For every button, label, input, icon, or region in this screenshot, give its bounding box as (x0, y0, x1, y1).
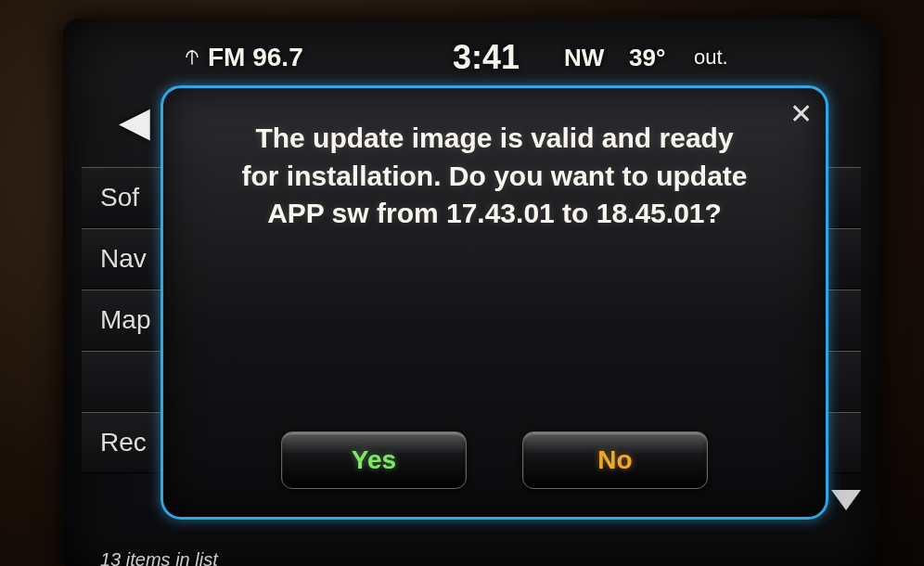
back-arrow-icon[interactable]: ◀ (119, 97, 150, 145)
scroll-down-icon[interactable] (831, 490, 861, 510)
status-bar: FM 96.7 3:41 NW 39° out. (63, 35, 879, 80)
no-button-label: No (597, 445, 632, 475)
yes-button[interactable]: Yes (281, 431, 467, 489)
compass-direction: NW (564, 44, 604, 72)
radio-label: FM 96.7 (208, 43, 303, 72)
antenna-icon (184, 49, 200, 66)
yes-button-label: Yes (352, 445, 396, 475)
no-button[interactable]: No (522, 431, 708, 489)
dialog-message: The update image is valid and ready for … (200, 120, 789, 233)
list-footer: 13 items in list (100, 549, 218, 566)
close-icon[interactable]: ✕ (789, 97, 813, 130)
outside-temp-label: out. (694, 45, 728, 70)
update-confirm-dialog: ✕ The update image is valid and ready fo… (160, 85, 828, 520)
infotainment-screen: FM 96.7 3:41 NW 39° out. ◀ Sof Nav Map R… (63, 19, 879, 566)
outside-temp: 39° (629, 44, 665, 72)
radio-status: FM 96.7 (184, 43, 303, 72)
dialog-button-row: Yes No (200, 431, 789, 489)
clock: 3:41 (453, 38, 520, 77)
